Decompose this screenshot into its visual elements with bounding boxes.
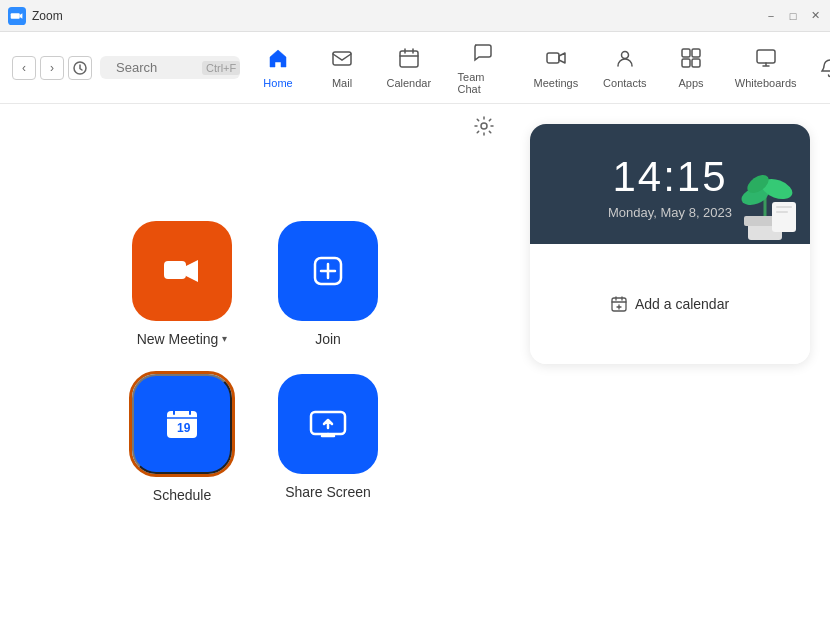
whiteboards-icon: [755, 47, 777, 74]
tab-calendar-label: Calendar: [386, 77, 431, 89]
tab-apps-label: Apps: [678, 77, 703, 89]
schedule-item: 19 Schedule: [129, 371, 235, 503]
close-button[interactable]: ✕: [808, 9, 822, 23]
tab-home[interactable]: Home: [248, 41, 308, 95]
svg-rect-12: [757, 50, 775, 63]
video-camera-icon: [159, 248, 205, 294]
svg-rect-6: [547, 53, 559, 63]
tab-mail[interactable]: Mail: [312, 41, 372, 95]
search-bar[interactable]: Ctrl+F: [100, 56, 240, 79]
schedule-wrapper: 19: [129, 371, 235, 477]
meetings-icon: [545, 47, 567, 74]
contacts-icon: [614, 47, 636, 74]
join-item: Join: [275, 221, 381, 347]
calendar-schedule-icon: 19: [159, 401, 205, 447]
app-title: Zoom: [32, 9, 63, 23]
plant-svg: [720, 154, 810, 244]
tab-contacts[interactable]: Contacts: [593, 41, 657, 95]
title-bar-logo: Zoom: [8, 7, 764, 25]
share-screen-label: Share Screen: [285, 484, 371, 500]
share-screen-button[interactable]: [278, 374, 378, 474]
back-button[interactable]: ‹: [12, 56, 36, 80]
plant-decoration: [720, 154, 810, 244]
tab-meetings-label: Meetings: [534, 77, 579, 89]
add-calendar-icon: [611, 296, 627, 312]
action-grid: New Meeting ▾ Join: [129, 221, 381, 503]
settings-button[interactable]: [474, 116, 494, 141]
minimize-button[interactable]: −: [764, 9, 778, 23]
schedule-outer-border: 19: [129, 371, 235, 477]
tab-mail-label: Mail: [332, 77, 352, 89]
svg-point-7: [621, 51, 628, 58]
settings-icon: [474, 116, 494, 136]
main-content: New Meeting ▾ Join: [0, 104, 830, 619]
home-icon: [267, 47, 289, 74]
schedule-button[interactable]: 19: [132, 374, 232, 474]
tab-contacts-label: Contacts: [603, 77, 646, 89]
add-calendar-label: Add a calendar: [635, 296, 729, 312]
toolbar: ‹ › Ctrl+F Home: [0, 32, 830, 104]
maximize-button[interactable]: □: [786, 9, 800, 23]
schedule-label: Schedule: [153, 487, 211, 503]
forward-button[interactable]: ›: [40, 56, 64, 80]
calendar-widget: 14:15 Monday, May 8, 2023: [530, 124, 810, 364]
join-label: Join: [315, 331, 341, 347]
add-calendar-button[interactable]: Add a calendar: [611, 296, 729, 312]
tab-calendar[interactable]: Calendar: [376, 41, 442, 95]
svg-rect-9: [692, 49, 700, 57]
svg-rect-11: [692, 59, 700, 67]
calendar-icon: [398, 47, 420, 74]
svg-rect-8: [682, 49, 690, 57]
tab-team-chat[interactable]: Team Chat: [446, 35, 520, 101]
svg-text:19: 19: [177, 421, 191, 435]
tab-meetings[interactable]: Meetings: [523, 41, 589, 95]
tab-whiteboards[interactable]: Whiteboards: [725, 41, 806, 95]
nav-tabs: Home Mail Calendar: [248, 35, 806, 101]
history-button[interactable]: [68, 56, 92, 80]
search-shortcut: Ctrl+F: [202, 61, 240, 75]
left-panel: New Meeting ▾ Join: [0, 104, 510, 619]
new-meeting-item: New Meeting ▾: [129, 221, 235, 347]
notifications-button[interactable]: [814, 52, 830, 84]
date-display: Monday, May 8, 2023: [608, 205, 732, 220]
svg-rect-10: [682, 59, 690, 67]
share-screen-icon: [305, 401, 351, 447]
right-panel: 14:15 Monday, May 8, 2023: [510, 104, 830, 619]
mail-icon: [331, 47, 353, 74]
new-meeting-button[interactable]: [132, 221, 232, 321]
tab-home-label: Home: [263, 77, 292, 89]
share-screen-item: Share Screen: [275, 374, 381, 500]
bell-icon: [820, 58, 830, 78]
tab-whiteboards-label: Whiteboards: [735, 77, 797, 89]
zoom-logo-icon: [8, 7, 26, 25]
svg-point-13: [481, 123, 487, 129]
apps-icon: [680, 47, 702, 74]
widget-header: 14:15 Monday, May 8, 2023: [530, 124, 810, 244]
svg-rect-28: [776, 206, 792, 208]
clock-display: 14:15: [612, 153, 727, 201]
svg-rect-29: [776, 211, 788, 213]
team-chat-icon: [471, 41, 493, 68]
new-meeting-label: New Meeting ▾: [137, 331, 228, 347]
dropdown-arrow-icon: ▾: [222, 333, 227, 344]
join-icon: [305, 248, 351, 294]
window-controls: − □ ✕: [764, 9, 822, 23]
history-icon: [73, 61, 87, 75]
title-bar: Zoom − □ ✕: [0, 0, 830, 32]
toolbar-right: VS: [814, 52, 830, 84]
search-input[interactable]: [116, 60, 196, 75]
svg-rect-14: [164, 261, 186, 279]
svg-rect-4: [333, 52, 351, 65]
svg-rect-5: [400, 51, 418, 67]
tab-apps[interactable]: Apps: [661, 41, 721, 95]
widget-body: Add a calendar: [530, 244, 810, 364]
tab-team-chat-label: Team Chat: [458, 71, 508, 95]
join-button[interactable]: [278, 221, 378, 321]
nav-buttons: ‹ ›: [12, 56, 92, 80]
